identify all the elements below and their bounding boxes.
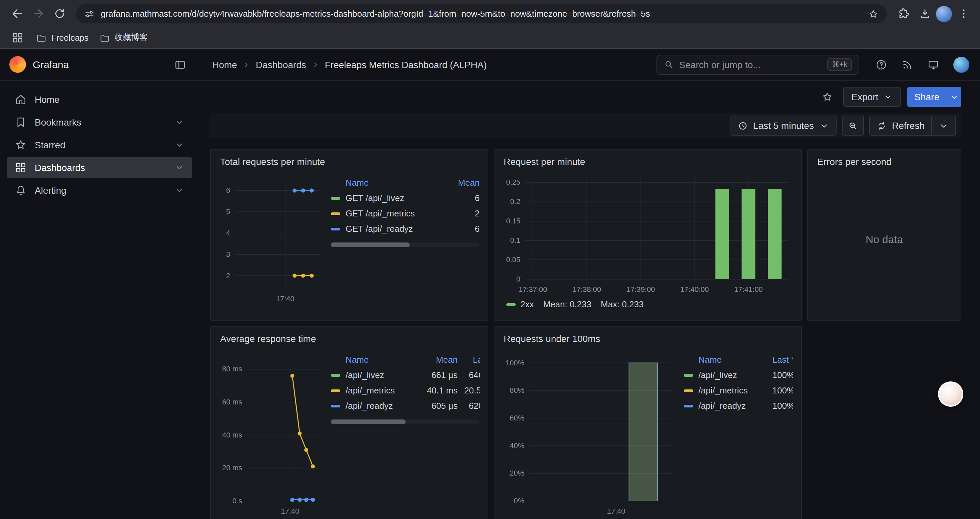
site-info-icon[interactable] bbox=[84, 8, 95, 19]
series-swatch bbox=[331, 212, 340, 215]
legend-row[interactable]: /api/_metrics 100% bbox=[684, 383, 793, 398]
series-name: /api/_readyz bbox=[345, 401, 418, 411]
legend-header-name[interactable]: Name bbox=[345, 355, 418, 365]
legend-row[interactable]: /api/_livez 100% bbox=[684, 367, 793, 383]
bookmark-folder[interactable]: 收藏博客 bbox=[99, 32, 148, 43]
share-menu-button[interactable] bbox=[947, 87, 961, 107]
address-bar[interactable]: grafana.mathmast.com/d/deytv4rwavabkb/fr… bbox=[76, 4, 886, 23]
url-text[interactable]: grafana.mathmast.com/d/deytv4rwavabkb/fr… bbox=[101, 9, 862, 19]
panel-grid: Total requests per minute 6543217:40 Nam… bbox=[210, 149, 961, 519]
series-name: GET /api/_metrics bbox=[345, 208, 449, 219]
browser-menu-icon[interactable] bbox=[953, 4, 973, 24]
breadcrumb-item[interactable]: Dashboards bbox=[239, 59, 306, 70]
forward-icon[interactable] bbox=[28, 4, 48, 24]
series-mean: 661 µs bbox=[418, 370, 458, 380]
chevron-down-icon bbox=[950, 93, 959, 101]
legend-header-last[interactable]: Last * bbox=[458, 355, 480, 365]
sidebar-item[interactable]: Starred bbox=[7, 134, 192, 156]
inline-legend: 2xx Mean: 0.233 Max: 0.233 bbox=[506, 299, 793, 309]
svg-text:20 ms: 20 ms bbox=[222, 463, 242, 472]
bookmark-star-icon[interactable] bbox=[868, 8, 878, 19]
chevron-down-icon[interactable] bbox=[175, 163, 184, 172]
legend-row[interactable]: /api/_metrics 40.1 ms 20.5 ms bbox=[331, 383, 480, 398]
panel-title[interactable]: Total requests per minute bbox=[220, 156, 480, 167]
chevron-down-icon[interactable] bbox=[175, 140, 184, 150]
time-range-label: Last 5 minutes bbox=[753, 120, 814, 131]
legend-row[interactable]: GET /api/_livez 6 bbox=[331, 190, 480, 206]
panel-request-per-minute: Request per minute 0.250.20.150.10.05017… bbox=[494, 149, 802, 321]
sidebar-item-label: Home bbox=[35, 94, 60, 105]
panel-title[interactable]: Average response time bbox=[220, 333, 480, 344]
legend-header-name[interactable]: Name bbox=[345, 178, 449, 188]
request-per-minute-chart[interactable]: 0.250.20.150.10.05017:37:0017:38:0017:39… bbox=[502, 170, 795, 295]
rss-icon[interactable] bbox=[901, 58, 913, 70]
legend-scrollbar[interactable] bbox=[331, 243, 480, 247]
bookmark-label: 收藏博客 bbox=[115, 32, 148, 43]
apps-grid-icon[interactable] bbox=[10, 30, 25, 46]
panel-total-requests: Total requests per minute 6543217:40 Nam… bbox=[210, 149, 488, 321]
export-button[interactable]: Export bbox=[843, 87, 900, 107]
scrollbar-thumb[interactable] bbox=[331, 420, 405, 424]
legend-scrollbar[interactable] bbox=[331, 420, 480, 424]
extensions-icon[interactable] bbox=[893, 4, 913, 24]
svg-text:100%: 100% bbox=[506, 359, 524, 367]
svg-text:17:38:00: 17:38:00 bbox=[573, 285, 601, 294]
legend-series[interactable]: 2xx bbox=[506, 299, 534, 309]
legend-row[interactable]: GET /api/_readyz 6 bbox=[331, 221, 480, 236]
sidebar-item[interactable]: Home bbox=[7, 89, 192, 110]
legend-row[interactable]: GET /api/_metrics 2 bbox=[331, 206, 480, 221]
user-avatar[interactable] bbox=[953, 56, 969, 72]
search-placeholder: Search or jump to... bbox=[679, 59, 822, 70]
floating-assistant-avatar[interactable] bbox=[938, 382, 963, 407]
legend-table: Name Mean GET /api/_livez 6 bbox=[331, 175, 480, 305]
bookmark-folder[interactable]: Freeleaps bbox=[36, 32, 88, 43]
panel-title[interactable]: Request per minute bbox=[504, 156, 793, 167]
grafana-logo[interactable] bbox=[10, 56, 26, 73]
reload-icon[interactable] bbox=[49, 4, 69, 24]
panel-title[interactable]: Errors per second bbox=[817, 156, 953, 167]
requests-under-100ms-chart[interactable]: 100%80%60%40%20%0%17:40 bbox=[502, 347, 677, 517]
breadcrumb-item[interactable]: Home bbox=[212, 59, 237, 70]
series-max: Max: 0.233 bbox=[601, 299, 644, 309]
legend-header-name[interactable]: Name bbox=[698, 355, 760, 365]
sidebar-item[interactable]: Dashboards bbox=[7, 157, 192, 178]
browser-profile-avatar[interactable] bbox=[936, 6, 952, 22]
favorite-star-icon[interactable] bbox=[818, 88, 837, 106]
bookmarks-bar: Freeleaps 收藏博客 bbox=[0, 27, 980, 49]
series-swatch bbox=[684, 374, 693, 376]
search-input[interactable]: Search or jump to... ⌘+k bbox=[657, 54, 859, 75]
series-swatch bbox=[684, 404, 693, 407]
chevron-down-icon[interactable] bbox=[175, 118, 184, 127]
sidebar-item[interactable]: Alerting bbox=[7, 180, 192, 201]
share-button[interactable]: Share bbox=[907, 87, 947, 107]
legend-header-mean[interactable]: Mean bbox=[418, 355, 458, 365]
breadcrumb-item[interactable]: Freeleaps Metrics Dashboard (ALPHA) bbox=[307, 59, 487, 70]
downloads-icon[interactable] bbox=[915, 4, 935, 24]
scrollbar-thumb[interactable] bbox=[331, 243, 410, 247]
total-requests-chart[interactable]: 6543217:40 bbox=[219, 170, 324, 305]
avg-response-time-chart[interactable]: 80 ms60 ms40 ms20 ms0 s17:40 bbox=[219, 347, 324, 517]
legend-row[interactable]: /api/_livez 661 µs 646 µs bbox=[331, 367, 480, 383]
legend-header-last[interactable]: Last * bbox=[760, 355, 793, 365]
series-mean: Mean: 0.233 bbox=[543, 299, 592, 309]
chevron-down-icon[interactable] bbox=[175, 186, 184, 195]
help-icon[interactable] bbox=[875, 58, 887, 70]
series-last: 646 µs bbox=[458, 370, 480, 380]
legend-row[interactable]: /api/_readyz 100% bbox=[684, 398, 793, 414]
svg-text:0.2: 0.2 bbox=[510, 197, 520, 206]
legend-row[interactable]: /api/_readyz 605 µs 620 µs bbox=[331, 398, 480, 414]
refresh-button[interactable]: Refresh bbox=[869, 115, 956, 136]
series-name: GET /api/_readyz bbox=[345, 224, 449, 234]
panel-title[interactable]: Requests under 100ms bbox=[504, 333, 793, 344]
series-mean: 605 µs bbox=[418, 401, 458, 411]
sidebar-toggle-icon[interactable] bbox=[171, 55, 189, 74]
series-swatch bbox=[331, 227, 340, 230]
zoom-out-button[interactable] bbox=[842, 115, 864, 136]
monitor-icon[interactable] bbox=[927, 58, 939, 70]
chevron-down-icon[interactable] bbox=[939, 121, 949, 131]
sidebar-item[interactable]: Bookmarks bbox=[7, 112, 192, 133]
back-icon[interactable] bbox=[7, 4, 27, 24]
time-range-picker[interactable]: Last 5 minutes bbox=[730, 115, 837, 136]
series-last: 100% bbox=[760, 370, 793, 380]
legend-header-mean[interactable]: Mean bbox=[449, 178, 480, 188]
